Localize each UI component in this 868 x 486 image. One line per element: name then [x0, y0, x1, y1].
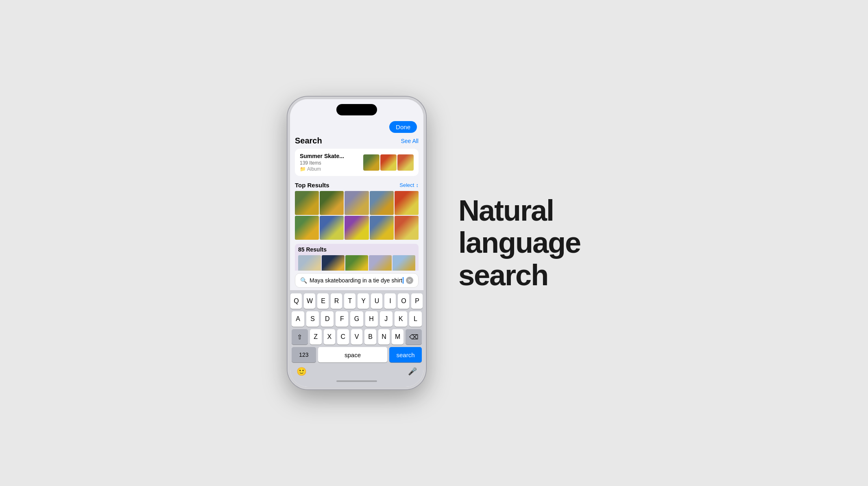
delete-key[interactable]: ⌫: [406, 329, 422, 345]
key-n[interactable]: N: [378, 329, 390, 345]
keyboard-row-2: A S D F G H J K L: [292, 311, 422, 327]
scene: Done Search See All Summer Skate... 139 …: [0, 0, 868, 486]
key-s[interactable]: S: [306, 311, 319, 327]
key-w[interactable]: W: [304, 293, 315, 309]
photo-cell[interactable]: [395, 191, 419, 215]
key-k[interactable]: K: [395, 311, 407, 327]
album-thumbs: [363, 154, 414, 171]
sort-icon: ↕: [416, 182, 419, 188]
photo-cell[interactable]: [345, 191, 369, 215]
folder-icon: 📁: [300, 166, 306, 172]
home-indicator: [336, 380, 377, 382]
album-card[interactable]: Summer Skate... 139 Items 📁 Album: [295, 149, 419, 176]
photo-cell[interactable]: [295, 191, 319, 215]
key-y[interactable]: Y: [358, 293, 369, 309]
numbers-key[interactable]: 123: [292, 347, 316, 362]
key-u[interactable]: U: [371, 293, 382, 309]
key-b[interactable]: B: [364, 329, 376, 345]
promo-text-block: Natural language search: [458, 195, 580, 291]
space-key[interactable]: space: [318, 347, 387, 362]
key-a[interactable]: A: [292, 311, 304, 327]
mic-icon[interactable]: 🎤: [408, 367, 417, 376]
photo-cell[interactable]: [322, 255, 345, 271]
album-thumb-3: [397, 154, 414, 171]
top-results-grid: [295, 191, 419, 240]
key-c[interactable]: C: [337, 329, 349, 345]
results-85-section: 85 Results: [295, 244, 419, 271]
search-key[interactable]: search: [389, 347, 422, 362]
album-info: Summer Skate... 139 Items 📁 Album: [300, 153, 344, 172]
promo-line-2: language: [458, 227, 580, 259]
key-v[interactable]: V: [351, 329, 363, 345]
photo-cell[interactable]: [345, 255, 368, 271]
key-f[interactable]: F: [336, 311, 348, 327]
keyboard: Q W E R T Y U I O P A S: [290, 290, 423, 387]
search-bar[interactable]: 🔍 Maya skateboarding in a tie dye shirt …: [295, 273, 419, 288]
keyboard-row-3: ⇧ Z X C V B N M ⌫: [292, 329, 422, 345]
photo-cell[interactable]: [345, 216, 369, 240]
photo-cell[interactable]: [370, 216, 394, 240]
photo-cell[interactable]: [320, 216, 344, 240]
search-title: Search: [295, 136, 322, 145]
shift-key[interactable]: ⇧: [292, 329, 308, 345]
key-x[interactable]: X: [324, 329, 336, 345]
album-thumb-1: [363, 154, 379, 171]
album-name: Summer Skate...: [300, 153, 344, 159]
dynamic-island: [336, 104, 377, 115]
select-sort[interactable]: Select ↕: [399, 182, 419, 188]
home-bar: [292, 378, 422, 385]
photo-cell[interactable]: [320, 191, 344, 215]
results-header: Top Results Select ↕: [295, 182, 419, 189]
key-e[interactable]: E: [317, 293, 329, 309]
key-i[interactable]: I: [384, 293, 396, 309]
search-bar-area: 🔍 Maya skateboarding in a tie dye shirt …: [290, 271, 423, 290]
key-d[interactable]: D: [321, 311, 334, 327]
photo-cell[interactable]: [395, 216, 419, 240]
key-m[interactable]: M: [392, 329, 403, 345]
select-label: Select: [399, 182, 414, 188]
search-magnifier-icon: 🔍: [300, 277, 307, 284]
key-l[interactable]: L: [409, 311, 422, 327]
see-all-link[interactable]: See All: [401, 138, 419, 144]
promo-line-1: Natural: [458, 195, 580, 227]
keyboard-row-1: Q W E R T Y U I O P: [292, 293, 422, 309]
results-85-header: 85 Results: [298, 246, 415, 253]
scroll-area: Search See All Summer Skate... 139 Items…: [290, 136, 423, 271]
iphone-screen: Done Search See All Summer Skate... 139 …: [290, 99, 423, 387]
photo-cell[interactable]: [393, 255, 415, 271]
key-h[interactable]: H: [365, 311, 378, 327]
photo-cell[interactable]: [298, 255, 321, 271]
search-input-text[interactable]: Maya skateboarding in a tie dye shirt: [310, 277, 403, 284]
clear-button[interactable]: ✕: [406, 277, 413, 284]
photo-cell[interactable]: [295, 216, 319, 240]
emoji-mic-row: 🙂 🎤: [292, 364, 422, 378]
results-85-grid: [298, 255, 415, 271]
promo-line-3: search: [458, 259, 580, 291]
promo-title: Natural language search: [458, 195, 580, 291]
keyboard-bottom-row: 123 space search: [292, 347, 422, 362]
iphone-device: Done Search See All Summer Skate... 139 …: [288, 97, 426, 389]
album-thumb-2: [380, 154, 397, 171]
key-z[interactable]: Z: [310, 329, 322, 345]
done-button[interactable]: Done: [389, 121, 417, 133]
key-r[interactable]: R: [331, 293, 342, 309]
photo-cell[interactable]: [369, 255, 392, 271]
text-cursor: [403, 277, 403, 284]
key-j[interactable]: J: [380, 311, 393, 327]
photo-cell[interactable]: [370, 191, 394, 215]
album-count: 139 Items: [300, 160, 344, 166]
key-o[interactable]: O: [398, 293, 409, 309]
top-results-section: Top Results Select ↕: [295, 182, 419, 240]
emoji-icon[interactable]: 🙂: [297, 367, 307, 376]
album-type: 📁 Album: [300, 166, 344, 172]
key-g[interactable]: G: [350, 311, 363, 327]
key-q[interactable]: Q: [290, 293, 302, 309]
search-section-header: Search See All: [295, 136, 419, 145]
screen-content: Done Search See All Summer Skate... 139 …: [290, 99, 423, 387]
key-p[interactable]: P: [411, 293, 423, 309]
key-t[interactable]: T: [344, 293, 355, 309]
top-results-title: Top Results: [295, 182, 329, 189]
